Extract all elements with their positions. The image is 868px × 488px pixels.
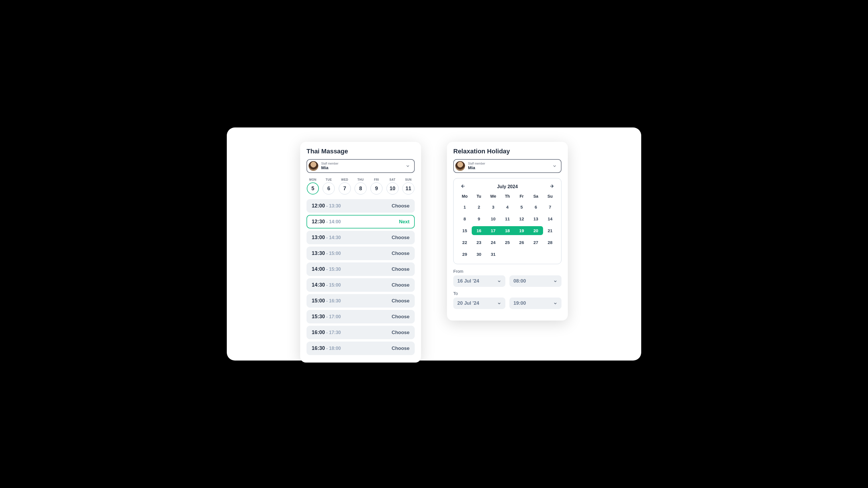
calendar-day[interactable]: 29 — [458, 250, 472, 259]
chevron-down-icon — [497, 301, 501, 305]
staff-select[interactable]: Staff member Mia — [453, 159, 561, 173]
day-abbr: THU — [358, 178, 364, 181]
day-button[interactable]: 7 — [339, 183, 351, 195]
calendar-dow: We — [486, 194, 500, 200]
calendar-day[interactable]: 4 — [500, 202, 514, 212]
staff-avatar — [455, 161, 465, 171]
staff-label: Staff member — [468, 162, 552, 165]
slot-time: 16:30 - 18:00 — [312, 345, 341, 351]
calendar-day[interactable]: 1 — [458, 202, 472, 212]
calendar-day[interactable]: 16 — [472, 226, 486, 235]
time-slot[interactable]: 14:30 - 15:00Choose — [307, 278, 415, 292]
calendar-dow: Mo — [458, 194, 472, 200]
day-button[interactable]: 11 — [402, 183, 414, 195]
calendar-day[interactable]: 28 — [543, 238, 557, 247]
calendar-day[interactable]: 13 — [529, 215, 543, 223]
slot-time: 12:00 - 13:30 — [312, 203, 341, 209]
day-column: FRI9 — [370, 178, 383, 195]
time-slot[interactable]: 12:00 - 13:30Choose — [307, 199, 415, 213]
calendar-day[interactable]: 6 — [529, 202, 543, 212]
calendar-day[interactable]: 11 — [500, 215, 514, 223]
calendar-day[interactable]: 9 — [472, 215, 486, 223]
staff-select[interactable]: Staff member Mia — [307, 159, 415, 173]
chevron-down-icon — [497, 279, 501, 284]
calendar-day[interactable]: 12 — [515, 215, 529, 223]
slot-time: 16:00 - 17:30 — [312, 329, 341, 335]
staff-avatar — [309, 161, 318, 171]
from-date-value: 16 Jul '24 — [457, 278, 479, 284]
slot-time: 13:00 - 14:30 — [312, 234, 341, 240]
calendar-day[interactable]: 3 — [486, 202, 500, 212]
day-column: THU8 — [354, 178, 367, 195]
time-slot[interactable]: 15:30 - 17:00Choose — [307, 310, 415, 323]
day-abbr: FRI — [374, 178, 379, 181]
day-button[interactable]: 6 — [322, 183, 335, 195]
time-slot[interactable]: 13:00 - 14:30Choose — [307, 231, 415, 244]
choose-action: Choose — [392, 314, 409, 320]
calendar-day[interactable]: 2 — [472, 202, 486, 212]
calendar-day[interactable]: 20 — [529, 226, 543, 235]
from-time-select[interactable]: 08:00 — [509, 275, 561, 287]
calendar-day[interactable]: 25 — [500, 238, 514, 247]
staff-name: Mia — [321, 165, 405, 170]
time-slot[interactable]: 13:30 - 15:00Choose — [307, 247, 415, 260]
to-date-select[interactable]: 20 Jul '24 — [453, 297, 505, 309]
next-action: Next — [399, 219, 409, 225]
time-slot[interactable]: 16:30 - 18:00Choose — [307, 341, 415, 355]
day-abbr: MON — [309, 178, 317, 181]
calendar-prev-icon[interactable] — [459, 183, 467, 191]
day-abbr: TUE — [326, 178, 332, 181]
chevron-down-icon — [553, 301, 557, 305]
calendar-day[interactable]: 14 — [543, 215, 557, 223]
choose-action: Choose — [392, 330, 409, 335]
calendar-dow: Tu — [472, 194, 486, 200]
slot-time: 14:00 - 15:30 — [312, 266, 341, 272]
day-abbr: SAT — [390, 178, 396, 181]
choose-action: Choose — [392, 203, 409, 209]
time-slot[interactable]: 16:00 - 17:30Choose — [307, 326, 415, 339]
time-slot[interactable]: 15:00 - 16:30Choose — [307, 294, 415, 307]
choose-action: Choose — [392, 266, 409, 272]
calendar-day[interactable]: 26 — [515, 238, 529, 247]
slot-time: 14:30 - 15:00 — [312, 282, 341, 288]
calendar-day[interactable]: 19 — [515, 226, 529, 235]
to-time-select[interactable]: 19:00 — [509, 297, 561, 309]
calendar-day[interactable]: 8 — [458, 215, 472, 223]
calendar-day[interactable]: 17 — [486, 226, 500, 235]
staff-name: Mia — [468, 165, 552, 170]
calendar-day[interactable]: 24 — [486, 238, 500, 247]
calendar-next-icon[interactable] — [548, 183, 555, 191]
from-date-select[interactable]: 16 Jul '24 — [453, 275, 505, 287]
calendar-month-label: July 2024 — [497, 184, 518, 189]
time-slot[interactable]: 12:30 - 14:00Next — [307, 215, 415, 228]
day-button[interactable]: 10 — [386, 183, 399, 195]
calendar-day[interactable]: 22 — [458, 238, 472, 247]
calendar-day[interactable]: 18 — [500, 226, 514, 235]
calendar-day — [500, 250, 514, 259]
time-slot[interactable]: 14:00 - 15:30Choose — [307, 262, 415, 276]
slot-time: 15:30 - 17:00 — [312, 314, 341, 320]
calendar-day — [543, 250, 557, 259]
calendar: July 2024 MoTuWeThFrSaSu1234567891011121… — [453, 178, 561, 264]
day-button[interactable]: 5 — [307, 183, 319, 195]
card-title: Relaxation Holiday — [453, 148, 561, 155]
day-selector-row: MON5TUE6WED7THU8FRI9SAT10SUN11 — [307, 178, 415, 195]
day-column: SAT10 — [386, 178, 399, 195]
calendar-day[interactable]: 27 — [529, 238, 543, 247]
calendar-day[interactable]: 23 — [472, 238, 486, 247]
day-abbr: SUN — [405, 178, 412, 181]
calendar-day[interactable]: 10 — [486, 215, 500, 223]
calendar-day[interactable]: 7 — [543, 202, 557, 212]
day-button[interactable]: 8 — [354, 183, 367, 195]
calendar-dow: Su — [543, 194, 557, 200]
calendar-day[interactable]: 5 — [515, 202, 529, 212]
calendar-day[interactable]: 15 — [458, 226, 472, 235]
day-button[interactable]: 9 — [370, 183, 382, 195]
calendar-day[interactable]: 21 — [543, 226, 557, 235]
from-time-value: 08:00 — [514, 278, 526, 284]
staff-text: Staff member Mia — [321, 162, 405, 170]
calendar-day[interactable]: 31 — [486, 250, 500, 259]
day-column: TUE6 — [322, 178, 335, 195]
calendar-dow: Th — [500, 194, 514, 200]
calendar-day[interactable]: 30 — [472, 250, 486, 259]
